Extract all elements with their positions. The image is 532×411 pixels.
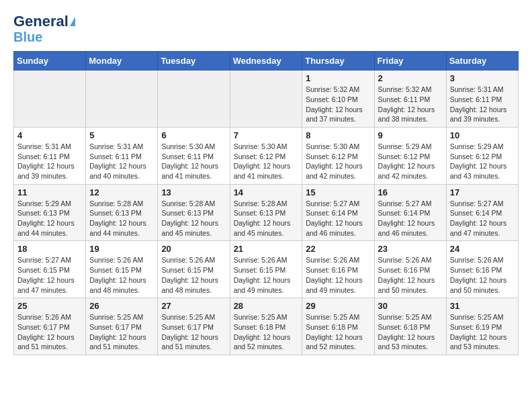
day-detail: Sunrise: 5:26 AMSunset: 6:15 PMDaylight:… bbox=[234, 255, 299, 295]
calendar-cell bbox=[158, 71, 230, 128]
calendar-cell: 18Sunrise: 5:27 AMSunset: 6:15 PMDayligh… bbox=[14, 241, 86, 298]
day-detail: Sunrise: 5:28 AMSunset: 6:13 PMDaylight:… bbox=[89, 199, 154, 238]
calendar-cell: 10Sunrise: 5:29 AMSunset: 6:12 PMDayligh… bbox=[446, 127, 518, 184]
day-header-wednesday: Wednesday bbox=[230, 52, 302, 71]
calendar-cell: 30Sunrise: 5:25 AMSunset: 6:18 PMDayligh… bbox=[374, 298, 446, 355]
calendar-cell: 27Sunrise: 5:25 AMSunset: 6:17 PMDayligh… bbox=[158, 298, 230, 355]
day-number: 30 bbox=[378, 301, 443, 311]
calendar-cell: 17Sunrise: 5:27 AMSunset: 6:14 PMDayligh… bbox=[446, 184, 518, 241]
day-number: 5 bbox=[89, 130, 154, 140]
day-detail: Sunrise: 5:27 AMSunset: 6:15 PMDaylight:… bbox=[17, 255, 82, 295]
calendar-header-row: SundayMondayTuesdayWednesdayThursdayFrid… bbox=[14, 52, 519, 71]
calendar-week-row: 1Sunrise: 5:32 AMSunset: 6:10 PMDaylight… bbox=[14, 71, 519, 128]
page-header: General Blue bbox=[13, 13, 519, 44]
day-number: 31 bbox=[450, 301, 515, 311]
day-detail: Sunrise: 5:27 AMSunset: 6:14 PMDaylight:… bbox=[378, 199, 443, 238]
calendar-cell: 6Sunrise: 5:30 AMSunset: 6:11 PMDaylight… bbox=[158, 127, 230, 184]
day-header-saturday: Saturday bbox=[446, 52, 518, 71]
logo-text: General bbox=[13, 13, 69, 30]
day-number: 10 bbox=[450, 130, 515, 140]
logo-triangle-icon bbox=[70, 17, 75, 26]
day-number: 17 bbox=[450, 187, 515, 197]
day-number: 11 bbox=[17, 187, 82, 197]
calendar-cell: 19Sunrise: 5:26 AMSunset: 6:15 PMDayligh… bbox=[86, 241, 158, 298]
day-detail: Sunrise: 5:31 AMSunset: 6:11 PMDaylight:… bbox=[17, 142, 82, 181]
calendar-cell: 12Sunrise: 5:28 AMSunset: 6:13 PMDayligh… bbox=[86, 184, 158, 241]
day-detail: Sunrise: 5:29 AMSunset: 6:12 PMDaylight:… bbox=[450, 142, 515, 181]
day-number: 16 bbox=[378, 187, 443, 197]
day-number: 22 bbox=[306, 244, 370, 254]
day-header-thursday: Thursday bbox=[302, 52, 374, 71]
calendar-cell: 7Sunrise: 5:30 AMSunset: 6:12 PMDaylight… bbox=[230, 127, 302, 184]
day-number: 6 bbox=[161, 130, 226, 140]
day-detail: Sunrise: 5:26 AMSunset: 6:16 PMDaylight:… bbox=[450, 255, 515, 295]
day-header-monday: Monday bbox=[86, 52, 158, 71]
logo-blue-text: Blue bbox=[13, 30, 42, 44]
day-number: 14 bbox=[234, 187, 299, 197]
calendar-cell: 16Sunrise: 5:27 AMSunset: 6:14 PMDayligh… bbox=[374, 184, 446, 241]
day-number: 1 bbox=[306, 73, 370, 83]
calendar-cell: 25Sunrise: 5:26 AMSunset: 6:17 PMDayligh… bbox=[14, 298, 86, 355]
day-number: 29 bbox=[306, 301, 370, 311]
day-detail: Sunrise: 5:32 AMSunset: 6:11 PMDaylight:… bbox=[378, 85, 443, 124]
day-detail: Sunrise: 5:27 AMSunset: 6:14 PMDaylight:… bbox=[306, 199, 370, 238]
day-header-friday: Friday bbox=[374, 52, 446, 71]
day-number: 20 bbox=[161, 244, 226, 254]
calendar-cell: 20Sunrise: 5:26 AMSunset: 6:15 PMDayligh… bbox=[158, 241, 230, 298]
day-number: 24 bbox=[450, 244, 515, 254]
day-detail: Sunrise: 5:25 AMSunset: 6:18 PMDaylight:… bbox=[378, 312, 443, 352]
day-detail: Sunrise: 5:30 AMSunset: 6:12 PMDaylight:… bbox=[234, 142, 299, 181]
day-detail: Sunrise: 5:32 AMSunset: 6:10 PMDaylight:… bbox=[306, 85, 370, 124]
calendar-cell: 13Sunrise: 5:28 AMSunset: 6:13 PMDayligh… bbox=[158, 184, 230, 241]
day-detail: Sunrise: 5:25 AMSunset: 6:19 PMDaylight:… bbox=[450, 312, 515, 352]
calendar-cell: 28Sunrise: 5:25 AMSunset: 6:18 PMDayligh… bbox=[230, 298, 302, 355]
day-detail: Sunrise: 5:26 AMSunset: 6:16 PMDaylight:… bbox=[378, 255, 443, 295]
day-header-tuesday: Tuesday bbox=[158, 52, 230, 71]
calendar-cell: 8Sunrise: 5:30 AMSunset: 6:12 PMDaylight… bbox=[302, 127, 374, 184]
calendar-week-row: 18Sunrise: 5:27 AMSunset: 6:15 PMDayligh… bbox=[14, 241, 519, 298]
calendar-cell: 2Sunrise: 5:32 AMSunset: 6:11 PMDaylight… bbox=[374, 71, 446, 128]
day-number: 3 bbox=[450, 73, 515, 83]
day-detail: Sunrise: 5:28 AMSunset: 6:13 PMDaylight:… bbox=[234, 199, 299, 238]
calendar-cell: 1Sunrise: 5:32 AMSunset: 6:10 PMDaylight… bbox=[302, 71, 374, 128]
day-detail: Sunrise: 5:25 AMSunset: 6:17 PMDaylight:… bbox=[89, 312, 154, 352]
calendar-cell: 24Sunrise: 5:26 AMSunset: 6:16 PMDayligh… bbox=[446, 241, 518, 298]
day-detail: Sunrise: 5:25 AMSunset: 6:18 PMDaylight:… bbox=[234, 312, 299, 352]
day-detail: Sunrise: 5:29 AMSunset: 6:12 PMDaylight:… bbox=[378, 142, 443, 181]
day-detail: Sunrise: 5:30 AMSunset: 6:11 PMDaylight:… bbox=[161, 142, 226, 181]
calendar-week-row: 4Sunrise: 5:31 AMSunset: 6:11 PMDaylight… bbox=[14, 127, 519, 184]
day-number: 26 bbox=[89, 301, 154, 311]
day-detail: Sunrise: 5:27 AMSunset: 6:14 PMDaylight:… bbox=[450, 199, 515, 238]
calendar-cell bbox=[14, 71, 86, 128]
day-number: 9 bbox=[378, 130, 443, 140]
day-number: 18 bbox=[17, 244, 82, 254]
day-number: 8 bbox=[306, 130, 370, 140]
day-number: 19 bbox=[89, 244, 154, 254]
day-number: 7 bbox=[234, 130, 299, 140]
day-detail: Sunrise: 5:30 AMSunset: 6:12 PMDaylight:… bbox=[306, 142, 370, 181]
day-detail: Sunrise: 5:26 AMSunset: 6:15 PMDaylight:… bbox=[89, 255, 154, 295]
calendar-cell: 26Sunrise: 5:25 AMSunset: 6:17 PMDayligh… bbox=[86, 298, 158, 355]
day-number: 27 bbox=[161, 301, 226, 311]
calendar-cell: 21Sunrise: 5:26 AMSunset: 6:15 PMDayligh… bbox=[230, 241, 302, 298]
calendar-table: SundayMondayTuesdayWednesdayThursdayFrid… bbox=[13, 51, 519, 355]
day-number: 4 bbox=[17, 130, 82, 140]
calendar-week-row: 25Sunrise: 5:26 AMSunset: 6:17 PMDayligh… bbox=[14, 298, 519, 355]
day-number: 25 bbox=[17, 301, 82, 311]
calendar-cell bbox=[86, 71, 158, 128]
calendar-cell: 4Sunrise: 5:31 AMSunset: 6:11 PMDaylight… bbox=[14, 127, 86, 184]
calendar-cell: 5Sunrise: 5:31 AMSunset: 6:11 PMDaylight… bbox=[86, 127, 158, 184]
calendar-cell: 22Sunrise: 5:26 AMSunset: 6:16 PMDayligh… bbox=[302, 241, 374, 298]
day-number: 21 bbox=[234, 244, 299, 254]
day-detail: Sunrise: 5:26 AMSunset: 6:17 PMDaylight:… bbox=[17, 312, 82, 352]
calendar-cell: 14Sunrise: 5:28 AMSunset: 6:13 PMDayligh… bbox=[230, 184, 302, 241]
day-detail: Sunrise: 5:29 AMSunset: 6:13 PMDaylight:… bbox=[17, 199, 82, 238]
day-detail: Sunrise: 5:25 AMSunset: 6:17 PMDaylight:… bbox=[161, 312, 226, 352]
calendar-cell bbox=[230, 71, 302, 128]
calendar-cell: 29Sunrise: 5:25 AMSunset: 6:18 PMDayligh… bbox=[302, 298, 374, 355]
day-detail: Sunrise: 5:28 AMSunset: 6:13 PMDaylight:… bbox=[161, 199, 226, 238]
day-detail: Sunrise: 5:31 AMSunset: 6:11 PMDaylight:… bbox=[89, 142, 154, 181]
logo: General Blue bbox=[13, 13, 75, 44]
day-detail: Sunrise: 5:31 AMSunset: 6:11 PMDaylight:… bbox=[450, 85, 515, 124]
calendar-cell: 3Sunrise: 5:31 AMSunset: 6:11 PMDaylight… bbox=[446, 71, 518, 128]
